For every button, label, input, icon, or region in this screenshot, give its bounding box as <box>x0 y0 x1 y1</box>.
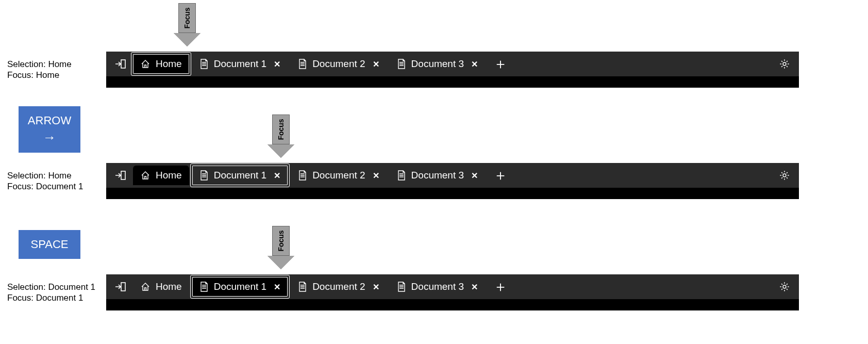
tab-overflow-button[interactable] <box>111 166 130 185</box>
tab-home[interactable]: Home <box>133 166 189 185</box>
tab-document-3[interactable]: Document 3 ✕ <box>390 277 485 297</box>
document-icon <box>397 282 406 292</box>
svg-point-5 <box>783 285 786 288</box>
settings-button[interactable] <box>775 166 794 185</box>
tabstrip: Home Document 1 ✕ Document 2 ✕ <box>106 52 799 88</box>
close-icon[interactable]: ✕ <box>274 59 280 69</box>
tab-overflow-button[interactable] <box>111 277 130 296</box>
document-icon <box>199 170 209 181</box>
focus-pointer: Focus <box>268 226 294 269</box>
selection-line: Selection: Document 1 <box>7 282 95 292</box>
svg-rect-2 <box>121 171 125 179</box>
tab-home[interactable]: Home <box>133 277 189 297</box>
arrow-right-icon: → <box>43 129 56 145</box>
tab-document-3[interactable]: Document 3 ✕ <box>390 54 485 74</box>
close-icon[interactable]: ✕ <box>471 59 478 69</box>
key-arrow-right: ARROW → <box>19 106 80 153</box>
close-icon[interactable]: ✕ <box>373 171 379 181</box>
tab-label: Home <box>156 170 182 181</box>
tab-label: Document 3 <box>411 58 464 70</box>
tab-label: Home <box>156 58 182 70</box>
tab-label: Document 1 <box>214 58 266 70</box>
focus-pointer-label: Focus <box>277 230 285 251</box>
tab-overflow-button[interactable] <box>111 55 130 73</box>
svg-point-3 <box>783 174 786 177</box>
selection-line: Selection: Home <box>7 170 83 181</box>
tab-document-1[interactable]: Document 1 ✕ <box>192 166 288 185</box>
document-icon <box>298 59 307 69</box>
tab-label: Document 3 <box>411 170 464 181</box>
tab-document-2[interactable]: Document 2 ✕ <box>291 54 386 74</box>
tab-label: Document 1 <box>214 281 266 292</box>
close-icon[interactable]: ✕ <box>373 282 379 292</box>
tab-label: Home <box>156 281 182 292</box>
document-icon <box>298 170 307 181</box>
settings-button[interactable] <box>775 55 794 73</box>
focus-pointer-label: Focus <box>183 7 191 28</box>
focus-line: Focus: Document 1 <box>7 292 95 303</box>
key-label: SPACE <box>31 238 69 251</box>
document-icon <box>397 170 406 181</box>
focus-pointer-label: Focus <box>277 119 285 140</box>
tabstrip: Home Document 1 ✕ Document 2 ✕ <box>106 163 799 199</box>
tab-label: Document 2 <box>312 281 365 292</box>
tab-label: Document 1 <box>214 170 266 181</box>
home-icon <box>140 59 151 69</box>
close-icon[interactable]: ✕ <box>471 171 478 181</box>
tab-document-1[interactable]: Document 1 ✕ <box>192 54 288 74</box>
focus-pointer: Focus <box>174 3 201 46</box>
close-icon[interactable]: ✕ <box>373 59 379 69</box>
tab-home[interactable]: Home <box>133 54 189 74</box>
settings-button[interactable] <box>775 277 794 296</box>
tab-label: Document 2 <box>312 58 365 70</box>
key-space: SPACE <box>19 230 80 259</box>
document-icon <box>397 59 406 69</box>
status-text: Selection: Document 1 Focus: Document 1 <box>7 282 95 304</box>
svg-rect-0 <box>121 60 125 68</box>
close-icon[interactable]: ✕ <box>274 282 280 292</box>
focus-line: Focus: Document 1 <box>7 181 83 192</box>
add-tab-button[interactable]: ＋ <box>491 277 510 296</box>
tab-document-2[interactable]: Document 2 ✕ <box>291 277 386 297</box>
focus-pointer: Focus <box>268 114 294 158</box>
focus-line: Focus: Home <box>7 70 72 80</box>
home-icon <box>140 170 151 181</box>
add-tab-button[interactable]: ＋ <box>491 55 510 73</box>
svg-point-1 <box>783 62 786 65</box>
selection-line: Selection: Home <box>7 59 72 70</box>
home-icon <box>140 282 151 292</box>
document-icon <box>199 59 209 69</box>
close-icon[interactable]: ✕ <box>471 282 478 292</box>
status-text: Selection: Home Focus: Home <box>7 59 72 81</box>
tab-document-2[interactable]: Document 2 ✕ <box>291 166 386 185</box>
document-icon <box>298 282 307 292</box>
tab-label: Document 2 <box>312 170 365 181</box>
tabstrip: Home Document 1 ✕ Document 2 ✕ <box>106 274 799 310</box>
document-icon <box>199 282 209 292</box>
tab-document-1[interactable]: Document 1 ✕ <box>192 277 288 297</box>
status-text: Selection: Home Focus: Document 1 <box>7 170 83 192</box>
add-tab-button[interactable]: ＋ <box>491 166 510 185</box>
close-icon[interactable]: ✕ <box>274 171 280 181</box>
tab-document-3[interactable]: Document 3 ✕ <box>390 166 485 185</box>
svg-rect-4 <box>121 283 125 291</box>
tab-label: Document 3 <box>411 281 464 292</box>
key-label: ARROW <box>28 114 71 127</box>
